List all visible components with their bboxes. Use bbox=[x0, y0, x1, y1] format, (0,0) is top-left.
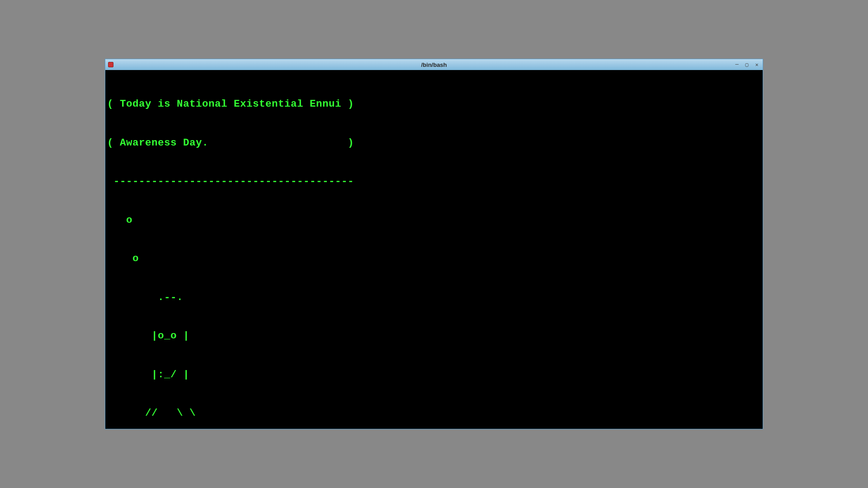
terminal-body[interactable]: ( Today is National Existential Ennui ) … bbox=[105, 70, 763, 429]
ascii-line: |:_/ | bbox=[107, 368, 761, 381]
terminal-window: /bin/bash — ▢ ✕ ( Today is National Exis… bbox=[105, 59, 763, 429]
ascii-line: .--. bbox=[107, 291, 761, 304]
window-title: /bin/bash bbox=[421, 61, 447, 68]
maximize-icon[interactable]: ▢ bbox=[744, 61, 750, 68]
titlebar-left bbox=[108, 62, 113, 67]
close-x-icon[interactable]: ✕ bbox=[754, 61, 760, 68]
ascii-line: o bbox=[107, 252, 761, 265]
close-icon[interactable] bbox=[108, 62, 113, 67]
minimize-icon[interactable]: — bbox=[734, 61, 740, 68]
motd-ascii: ( Today is National Existential Ennui ) … bbox=[107, 72, 761, 429]
titlebar: /bin/bash — ▢ ✕ bbox=[105, 59, 763, 70]
ascii-line: ( Today is National Existential Ennui ) bbox=[107, 98, 761, 111]
ascii-line: o bbox=[107, 214, 761, 227]
ascii-line: ( Awareness Day. ) bbox=[107, 136, 761, 150]
ascii-line: |o_o | bbox=[107, 329, 761, 343]
ascii-line: -------------------------------------- bbox=[107, 175, 761, 188]
ascii-line: // \ \ bbox=[107, 407, 761, 420]
titlebar-right: — ▢ ✕ bbox=[734, 61, 760, 68]
